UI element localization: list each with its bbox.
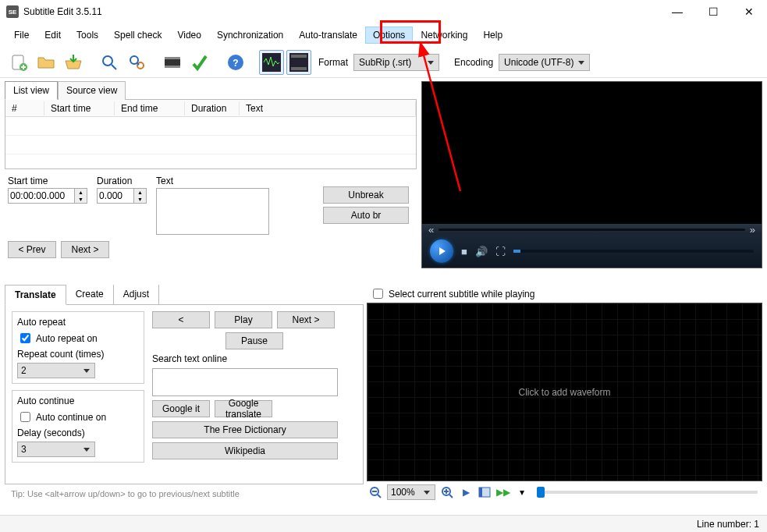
start-time-label: Start time <box>8 176 87 186</box>
svg-point-2 <box>103 56 112 66</box>
play-icon[interactable] <box>430 239 453 263</box>
tab-adjust[interactable]: Adjust <box>114 285 159 304</box>
google-button[interactable]: Google it <box>152 400 210 417</box>
tab-create[interactable]: Create <box>66 285 114 304</box>
auto-continue-title: Auto continue <box>17 395 139 406</box>
maximize-button[interactable]: ☐ <box>695 0 731 23</box>
search-input[interactable] <box>152 368 338 396</box>
titlebar: SE Subtitle Edit 3.5.11 — ☐ ✕ <box>0 0 767 23</box>
video-progress[interactable] <box>513 250 754 253</box>
select-while-playing-checkbox[interactable] <box>373 289 383 299</box>
auto-continue-group: Auto continue Auto continue on Delay (se… <box>12 390 144 463</box>
spell-check-icon[interactable] <box>187 50 212 75</box>
svg-text:?: ? <box>233 58 238 69</box>
unbreak-button[interactable]: Unbreak <box>323 186 409 204</box>
duration-input[interactable]: ▲▼ <box>97 188 147 204</box>
pb-prev-button[interactable]: < <box>152 311 210 328</box>
dur-up-icon[interactable]: ▲ <box>134 189 146 196</box>
next-button[interactable]: Next > <box>61 241 109 258</box>
tip-text: Tip: Use <alt+arrow up/down> to go to pr… <box>5 484 364 498</box>
save-icon[interactable] <box>61 50 86 75</box>
zoom-out-icon[interactable] <box>368 485 382 499</box>
video-seekbar[interactable]: « » <box>422 224 762 235</box>
text-input[interactable] <box>156 188 269 235</box>
waveform-panel[interactable]: Click to add waveform <box>367 303 762 481</box>
autobr-button[interactable]: Auto br <box>323 207 409 224</box>
pb-pause-button[interactable]: Pause <box>225 332 283 349</box>
delay-label: Delay (seconds) <box>17 427 139 438</box>
google-translate-button[interactable]: Google translate <box>215 400 272 417</box>
help-icon[interactable]: ? <box>223 50 248 75</box>
zoom-select[interactable]: 100% <box>387 484 435 500</box>
start-down-icon[interactable]: ▼ <box>75 196 87 203</box>
find-icon[interactable] <box>97 50 122 75</box>
format-dropdown[interactable]: SubRip (.srt) <box>353 54 439 71</box>
dur-down-icon[interactable]: ▼ <box>134 196 146 203</box>
menu-synchronization[interactable]: Synchronization <box>209 27 291 44</box>
auto-continue-checkbox[interactable] <box>20 412 30 422</box>
waveform-placeholder: Click to add waveform <box>518 387 610 398</box>
video-toggle-icon[interactable] <box>286 50 311 75</box>
zoom-slider[interactable] <box>537 491 758 494</box>
wikipedia-button[interactable]: Wikipedia <box>152 442 338 459</box>
volume-icon[interactable]: 🔊 <box>475 246 488 257</box>
menu-tools[interactable]: Tools <box>69 27 106 44</box>
ffwd-icon[interactable]: ▶▶ <box>496 485 510 499</box>
auto-repeat-on-label: Auto repeat on <box>36 333 98 344</box>
pb-play-button[interactable]: Play <box>215 311 272 328</box>
menu-auto-translate[interactable]: Auto-translate <box>291 27 365 44</box>
menu-networking[interactable]: Networking <box>413 27 475 44</box>
menubar: File Edit Tools Spell check Video Synchr… <box>0 23 767 47</box>
tab-list-view[interactable]: List view <box>5 81 58 100</box>
menu-video[interactable]: Video <box>169 27 208 44</box>
prev-button[interactable]: < Prev <box>8 241 56 258</box>
auto-repeat-group: Auto repeat Auto repeat on Repeat count … <box>12 311 144 384</box>
menu-options[interactable]: Options <box>365 27 413 44</box>
replace-icon[interactable] <box>124 50 149 75</box>
fullscreen-icon[interactable]: ⛶ <box>495 246 506 257</box>
pb-next-button[interactable]: Next > <box>277 311 335 328</box>
play-wave-icon[interactable]: ▶ <box>459 485 473 499</box>
menu-spell-check[interactable]: Spell check <box>106 27 169 44</box>
col-duration[interactable]: Duration <box>185 101 240 115</box>
subtitle-grid[interactable]: # Start time End time Duration Text <box>5 100 416 154</box>
search-label: Search text online <box>152 353 357 364</box>
start-up-icon[interactable]: ▲ <box>75 189 87 196</box>
new-file-icon[interactable] <box>6 50 31 75</box>
zoom-in-icon[interactable] <box>440 485 454 499</box>
tfd-button[interactable]: The Free Dictionary <box>152 421 338 438</box>
toolbar: ? Format SubRip (.srt) Encoding Unicode … <box>0 47 767 78</box>
waveform-toggle-icon[interactable] <box>259 50 284 75</box>
close-button[interactable]: ✕ <box>731 0 767 23</box>
encoding-dropdown[interactable]: Unicode (UTF-8) <box>499 54 590 71</box>
wave-dropdown-icon[interactable]: ▾ <box>515 485 529 499</box>
seek-back-icon[interactable]: « <box>428 224 434 236</box>
seek-fwd-icon[interactable]: » <box>750 224 755 236</box>
start-time-input[interactable]: ▲▼ <box>8 188 87 204</box>
start-time-field[interactable] <box>8 188 75 204</box>
col-number[interactable]: # <box>5 101 44 115</box>
menu-file[interactable]: File <box>6 27 37 44</box>
menu-edit[interactable]: Edit <box>37 27 69 44</box>
open-file-icon[interactable] <box>34 50 59 75</box>
minimize-button[interactable]: — <box>659 0 695 23</box>
duration-label: Duration <box>97 176 147 186</box>
duration-field[interactable] <box>97 188 134 204</box>
stop-icon[interactable]: ■ <box>461 246 467 257</box>
visual-sync-icon[interactable] <box>160 50 185 75</box>
menu-help[interactable]: Help <box>475 27 510 44</box>
repeat-count-label: Repeat count (times) <box>17 349 139 360</box>
frame-icon[interactable] <box>478 485 492 499</box>
video-player[interactable]: « » ■ 🔊 ⛶ <box>421 81 762 268</box>
encoding-label: Encoding <box>454 57 493 68</box>
col-end[interactable]: End time <box>115 101 185 115</box>
col-start[interactable]: Start time <box>44 101 115 115</box>
tab-source-view[interactable]: Source view <box>58 81 126 100</box>
svg-point-3 <box>130 56 138 64</box>
auto-continue-on-label: Auto continue on <box>36 412 106 423</box>
delay-select[interactable]: 3 <box>17 442 95 457</box>
col-text[interactable]: Text <box>240 101 416 115</box>
auto-repeat-checkbox[interactable] <box>20 333 30 343</box>
tab-translate[interactable]: Translate <box>5 285 66 305</box>
repeat-count-select[interactable]: 2 <box>17 363 95 378</box>
